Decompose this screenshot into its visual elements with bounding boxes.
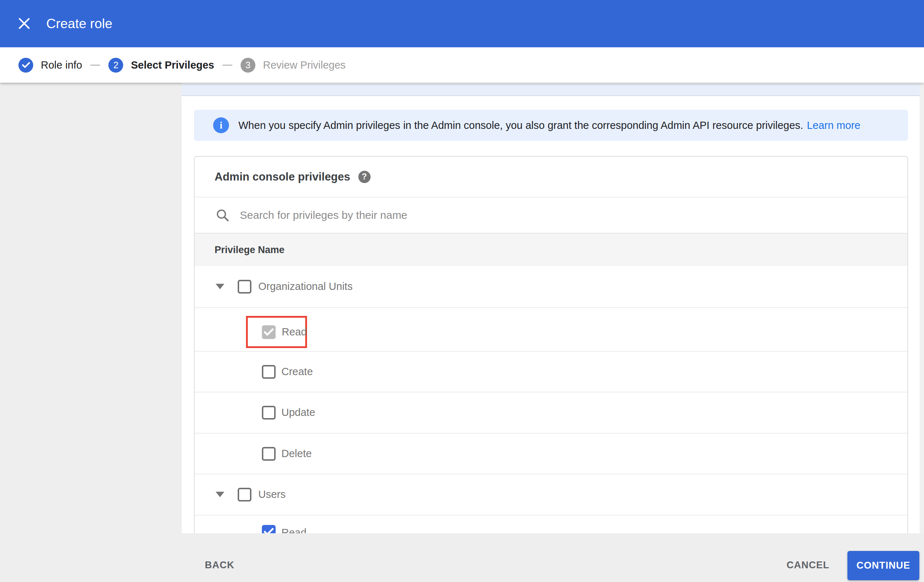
main-panel: i When you specify Admin privileges in t…: [182, 83, 924, 533]
card-title: Admin console privileges: [214, 170, 350, 183]
row-label: Users: [258, 488, 286, 500]
step-connector: [223, 64, 232, 66]
info-icon: i: [213, 117, 229, 133]
table-row: Update: [195, 392, 908, 433]
search-placeholder: Search for privileges by their name: [240, 209, 408, 221]
row-label: Delete: [281, 448, 312, 460]
checkmark-icon: [264, 328, 274, 336]
row-label: Read: [282, 326, 307, 338]
info-banner: i When you specify Admin privileges in t…: [194, 110, 908, 141]
page-title: Create role: [46, 0, 112, 47]
focus-ring: Read: [246, 316, 307, 348]
close-icon-glyph: [18, 17, 30, 30]
vertical-scrollbar[interactable]: [920, 84, 924, 533]
step2-number: 2: [108, 58, 123, 73]
banner-text: When you specify Admin privileges in the…: [238, 119, 804, 132]
column-header-privilege-name: Privilege Name: [214, 244, 285, 256]
help-icon[interactable]: ?: [358, 171, 371, 183]
card-title-row: Admin console privileges ?: [195, 157, 908, 197]
stepper: Role info 2 Select Privileges 3 Review P…: [0, 47, 924, 83]
scrolled-row-edge: [182, 84, 920, 96]
table-row: Delete: [195, 433, 908, 474]
row-label: Organizational Units: [258, 280, 353, 292]
table-row: Create: [195, 351, 908, 392]
step-connector: [90, 64, 100, 66]
checkbox-users-read[interactable]: [262, 525, 276, 533]
checkbox-ou-delete[interactable]: [262, 447, 276, 461]
checkmark-icon: [264, 528, 274, 533]
table-row: Read: [195, 307, 908, 351]
checkbox-users[interactable]: [238, 488, 251, 501]
close-icon[interactable]: [17, 16, 31, 30]
table-header-row: Privilege Name: [195, 233, 908, 266]
checkbox-ou-create[interactable]: [262, 365, 276, 379]
step1-done-check-icon: [18, 58, 33, 73]
continue-button[interactable]: CONTINUE: [847, 551, 919, 580]
back-button[interactable]: BACK: [205, 560, 234, 571]
checkbox-ou-update[interactable]: [262, 406, 276, 420]
learn-more-link[interactable]: Learn more: [807, 119, 860, 132]
step-select-privileges[interactable]: 2 Select Privileges: [108, 58, 214, 73]
table-row: Users: [195, 474, 908, 515]
step-role-info[interactable]: Role info: [18, 58, 82, 73]
row-label: Update: [281, 407, 315, 419]
cancel-button[interactable]: CANCEL: [787, 560, 830, 571]
step3-label: Review Privileges: [263, 59, 346, 71]
create-role-dialog: Create role Role info 2 Select Privilege…: [0, 0, 924, 582]
step2-label: Select Privileges: [131, 59, 214, 71]
appbar: Create role: [0, 0, 924, 47]
checkbox-organizational-units[interactable]: [238, 280, 251, 293]
row-label: Read: [281, 527, 306, 533]
collapse-arrow-icon[interactable]: [216, 492, 224, 497]
content-region: i When you specify Admin privileges in t…: [0, 83, 924, 533]
table-row: Read: [195, 515, 908, 533]
step-review-privileges[interactable]: 3 Review Privileges: [241, 58, 346, 73]
checkbox-ou-read[interactable]: [262, 325, 276, 339]
privileges-card: Admin console privileges ? Search for pr…: [194, 156, 908, 533]
row-label: Create: [281, 366, 313, 378]
search-icon: [216, 208, 229, 222]
step3-number: 3: [241, 58, 256, 73]
collapse-arrow-icon[interactable]: [216, 284, 224, 289]
privilege-search-input[interactable]: Search for privileges by their name: [195, 197, 908, 233]
footer-bar: BACK CANCEL CONTINUE: [0, 533, 924, 582]
step1-label: Role info: [41, 59, 82, 71]
table-row: Organizational Units: [195, 266, 908, 307]
